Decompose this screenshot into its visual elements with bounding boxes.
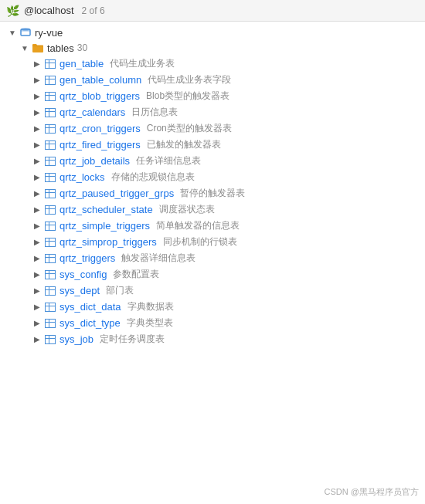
page-info: 2 of 6	[82, 5, 105, 16]
table-comment: 同步机制的行锁表	[163, 235, 237, 249]
table-icon	[43, 58, 57, 70]
table-comment: 部门表	[106, 284, 134, 297]
table-icon	[43, 171, 57, 184]
table-row[interactable]: qrtz_cron_triggers Cron类型的触发器表	[0, 120, 425, 137]
table-row[interactable]: sys_dict_data 字典数据表	[0, 299, 425, 315]
table-name: sys_dict_type	[60, 317, 121, 329]
table-comment: 定时任务调度表	[100, 333, 165, 346]
table-comment: 字典数据表	[128, 300, 174, 313]
table-comment: Cron类型的触发器表	[147, 122, 232, 135]
table-row[interactable]: qrtz_triggers 触发器详细信息表	[0, 250, 425, 266]
table-comment: 简单触发器的信息表	[156, 219, 240, 232]
table-row[interactable]: qrtz_fired_triggers 已触发的触发器表	[0, 137, 425, 153]
table-icon	[43, 188, 57, 200]
connection-item[interactable]: ry-vue	[0, 25, 425, 40]
table-name: qrtz_cron_triggers	[60, 123, 141, 134]
tables-count: 30	[77, 42, 87, 53]
chevron-table[interactable]	[31, 188, 43, 200]
table-icon	[43, 252, 57, 265]
table-row[interactable]: qrtz_blob_triggers Blob类型的触发器表	[0, 88, 425, 104]
table-row[interactable]: gen_table_column 代码生成业务表字段	[0, 72, 425, 88]
table-name: qrtz_locks	[60, 171, 105, 183]
watermark: CSDN @黑马程序员官方	[325, 486, 419, 498]
table-row[interactable]: sys_job 定时任务调度表	[0, 331, 425, 347]
chevron-table[interactable]	[31, 236, 43, 249]
table-comment: 字典类型表	[127, 316, 173, 330]
chevron-table[interactable]	[31, 204, 43, 216]
table-row[interactable]: qrtz_simprop_triggers 同步机制的行锁表	[0, 234, 425, 250]
chevron-table[interactable]	[31, 123, 43, 135]
table-row[interactable]: gen_table 代码生成业务表	[0, 56, 425, 72]
table-icon	[43, 123, 57, 135]
table-row[interactable]: sys_config 参数配置表	[0, 266, 425, 282]
tables-group-item[interactable]: tables 30	[0, 40, 425, 56]
chevron-table[interactable]	[31, 220, 43, 232]
page-current: 2	[82, 5, 87, 16]
chevron-table[interactable]	[31, 90, 43, 103]
chevron-table[interactable]	[31, 155, 43, 167]
chevron-table[interactable]	[31, 317, 43, 330]
table-name: gen_table_column	[60, 74, 141, 86]
table-name: gen_table	[60, 58, 104, 69]
table-icon	[43, 269, 57, 281]
chevron-table[interactable]	[31, 301, 43, 313]
tree-container: ry-vue tables 30 gen_table 代码生成业务表 gen_t…	[0, 22, 425, 504]
table-icon	[43, 155, 57, 167]
table-row[interactable]: qrtz_simple_triggers 简单触发器的信息表	[0, 218, 425, 234]
table-row[interactable]: qrtz_job_details 任务详细信息表	[0, 153, 425, 169]
chevron-table[interactable]	[31, 139, 43, 151]
chevron-table[interactable]	[31, 171, 43, 184]
table-row[interactable]: sys_dict_type 字典类型表	[0, 315, 425, 331]
table-comment: 日历信息表	[131, 106, 178, 119]
db-icon	[19, 26, 32, 39]
chevron-table[interactable]	[31, 285, 43, 297]
table-comment: 代码生成业务表字段	[148, 73, 231, 86]
table-comment: 已触发的触发器表	[147, 138, 221, 151]
tables-label: tables	[47, 42, 74, 54]
chevron-table[interactable]	[31, 58, 43, 70]
table-name: qrtz_scheduler_state	[60, 204, 153, 215]
table-comment: 调度器状态表	[159, 203, 215, 216]
table-comment: Blob类型的触发器表	[146, 90, 230, 103]
svg-point-2	[21, 28, 30, 31]
table-icon	[43, 204, 57, 216]
chevron-table[interactable]	[31, 333, 43, 346]
table-name: qrtz_calendars	[60, 107, 125, 118]
table-icon	[43, 107, 57, 119]
table-icon	[43, 333, 57, 346]
table-name: sys_dept	[60, 285, 100, 296]
chevron-connection[interactable]	[6, 26, 19, 39]
page-total: 6	[100, 5, 105, 16]
table-name: sys_config	[60, 269, 107, 280]
chevron-table[interactable]	[31, 107, 43, 119]
chevron-table[interactable]	[31, 252, 43, 265]
table-comment: 代码生成业务表	[110, 57, 175, 70]
folder-icon	[31, 42, 45, 54]
leaf-icon: 🌿	[6, 5, 19, 17]
page-of-label: of	[90, 5, 97, 16]
table-icon	[43, 220, 57, 232]
table-comment: 存储的悲观锁信息表	[111, 171, 195, 184]
table-icon	[43, 317, 57, 330]
table-row[interactable]: sys_dept 部门表	[0, 282, 425, 299]
connection-name: ry-vue	[35, 27, 63, 39]
table-row[interactable]: qrtz_calendars 日历信息表	[0, 104, 425, 120]
table-comment: 暂停的触发器表	[180, 187, 245, 200]
chevron-table[interactable]	[31, 269, 43, 281]
table-comment: 参数配置表	[113, 268, 159, 281]
table-icon	[43, 90, 57, 103]
table-icon	[43, 74, 57, 86]
chevron-tables[interactable]	[19, 42, 31, 54]
table-comment: 任务详细信息表	[136, 154, 201, 167]
host-label: @localhost	[24, 5, 74, 16]
table-row[interactable]: qrtz_paused_trigger_grps 暂停的触发器表	[0, 185, 425, 201]
table-name: qrtz_simple_triggers	[60, 220, 150, 232]
table-icon	[43, 285, 57, 297]
table-name: qrtz_paused_trigger_grps	[60, 188, 174, 199]
table-name: qrtz_blob_triggers	[60, 90, 140, 102]
table-row[interactable]: qrtz_locks 存储的悲观锁信息表	[0, 169, 425, 185]
table-row[interactable]: qrtz_scheduler_state 调度器状态表	[0, 201, 425, 218]
table-icon	[43, 236, 57, 249]
chevron-table[interactable]	[31, 74, 43, 86]
table-icon	[43, 301, 57, 313]
